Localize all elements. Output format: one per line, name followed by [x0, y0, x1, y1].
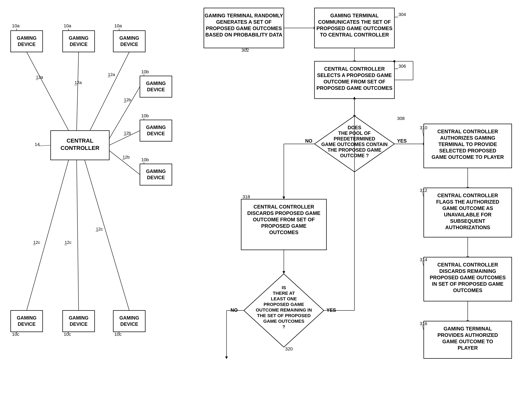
svg-rect-39	[11, 311, 43, 332]
svg-text:OUTCOMES: OUTCOMES	[453, 287, 482, 293]
svg-marker-153	[353, 97, 356, 99]
svg-text:DEVICE: DEVICE	[147, 131, 165, 136]
svg-text:GAMING: GAMING	[146, 81, 166, 86]
svg-text:10b: 10b	[141, 113, 149, 118]
svg-rect-0	[51, 131, 109, 160]
svg-text:THE PROPOSED GAME: THE PROPOSED GAME	[327, 147, 381, 153]
svg-text:DISCARDS PROPOSED GAME: DISCARDS PROPOSED GAME	[247, 210, 321, 216]
svg-text:IS: IS	[282, 285, 286, 290]
svg-marker-140	[244, 274, 324, 347]
svg-text:12b: 12b	[124, 97, 131, 102]
svg-text:310: 310	[420, 125, 427, 130]
svg-rect-9	[113, 31, 145, 52]
svg-text:THE SET OF PROPOSED: THE SET OF PROPOSED	[257, 313, 310, 318]
svg-text:YES: YES	[326, 307, 336, 313]
svg-text:?: ?	[282, 324, 285, 329]
svg-text:12a: 12a	[75, 80, 82, 85]
svg-text:PLAYER: PLAYER	[458, 345, 478, 351]
svg-text:12a: 12a	[36, 75, 43, 80]
right-flowchart-svg: GAMING TERMINAL RANDOMLY GENERATES A SET…	[200, 4, 526, 417]
svg-text:SELECTS A PROPOSED GAME: SELECTS A PROPOSED GAME	[317, 73, 392, 78]
svg-text:CENTRAL CONTROLLER: CENTRAL CONTROLLER	[437, 193, 498, 198]
svg-text:10a: 10a	[64, 23, 71, 28]
svg-line-35	[109, 150, 140, 175]
svg-line-16	[77, 52, 79, 131]
svg-text:PROPOSED GAME OUTCOMES: PROPOSED GAME OUTCOMES	[206, 26, 282, 31]
svg-marker-161	[392, 60, 395, 63]
svg-marker-96	[282, 196, 285, 199]
svg-rect-131	[241, 199, 326, 250]
svg-rect-45	[113, 311, 145, 332]
svg-text:CENTRAL CONTROLLER: CENTRAL CONTROLLER	[324, 66, 385, 72]
svg-line-17	[90, 52, 129, 131]
svg-text:NO: NO	[231, 307, 238, 313]
svg-rect-58	[204, 8, 284, 48]
svg-text:12a: 12a	[108, 72, 115, 77]
svg-rect-125	[424, 321, 512, 359]
svg-text:PROPOSED GAME: PROPOSED GAME	[261, 223, 307, 229]
svg-text:DOES: DOES	[348, 125, 361, 130]
svg-text:LEAST ONE: LEAST ONE	[271, 296, 297, 301]
svg-text:DEVICE: DEVICE	[120, 42, 138, 47]
left-diagram-svg: CENTRAL CONTROLLER GAMING DEVICE GAMING …	[4, 4, 177, 404]
svg-text:12b: 12b	[124, 131, 131, 135]
svg-marker-73	[353, 61, 356, 63]
svg-text:PROPOSED GAME OUTCOMES: PROPOSED GAME OUTCOMES	[430, 275, 506, 280]
svg-text:NO: NO	[305, 138, 312, 144]
svg-marker-92	[423, 143, 426, 145]
svg-text:10c: 10c	[64, 332, 71, 337]
svg-text:308: 308	[397, 116, 405, 121]
svg-text:PROPOSED GAME OUTCOMES: PROPOSED GAME OUTCOMES	[316, 85, 392, 91]
svg-text:12c: 12c	[33, 240, 40, 245]
svg-text:PROPOSED GAME OUTCOMES: PROPOSED GAME OUTCOMES	[316, 26, 392, 31]
svg-text:AUTHORIZATIONS: AUTHORIZATIONS	[445, 225, 490, 230]
svg-text:GAMING: GAMING	[17, 35, 37, 41]
svg-line-15	[27, 52, 69, 131]
svg-text:DEVICE: DEVICE	[70, 42, 88, 47]
svg-text:GAME OUTCOMES: GAME OUTCOMES	[263, 319, 304, 324]
svg-rect-42	[63, 311, 95, 332]
svg-text:THERE AT: THERE AT	[273, 291, 295, 296]
svg-text:CENTRAL CONTROLLER: CENTRAL CONTROLLER	[253, 204, 314, 210]
svg-text:10a: 10a	[114, 23, 122, 28]
svg-line-33	[109, 87, 140, 139]
svg-text:CENTRAL CONTROLLER: CENTRAL CONTROLLER	[437, 129, 498, 134]
svg-line-53	[85, 160, 129, 311]
svg-text:DISCARDS REMAINING: DISCARDS REMAINING	[439, 268, 496, 274]
svg-text:304: 304	[398, 12, 406, 17]
svg-text:306: 306	[398, 63, 406, 69]
svg-text:DEVICE: DEVICE	[70, 321, 88, 327]
svg-text:DEVICE: DEVICE	[120, 321, 138, 327]
svg-text:10b: 10b	[141, 157, 149, 162]
svg-text:314: 314	[420, 257, 427, 262]
svg-marker-81	[353, 115, 356, 118]
svg-rect-3	[11, 31, 43, 52]
svg-text:AUTHORIZES GAMING: AUTHORIZES GAMING	[440, 135, 495, 141]
svg-text:OUTCOME FROM SET OF: OUTCOME FROM SET OF	[324, 79, 385, 85]
svg-text:GAMING TERMINAL: GAMING TERMINAL	[330, 13, 379, 18]
svg-text:PREDETERMINED: PREDETERMINED	[334, 136, 375, 141]
svg-rect-97	[424, 124, 512, 168]
svg-text:DEVICE: DEVICE	[18, 321, 36, 327]
svg-marker-105	[466, 187, 469, 190]
svg-text:GAMING TERMINAL: GAMING TERMINAL	[443, 326, 492, 331]
svg-text:OUTCOME FROM SET OF: OUTCOME FROM SET OF	[253, 217, 315, 222]
svg-text:GAMING: GAMING	[69, 315, 88, 321]
svg-text:SUBSEQUENT: SUBSEQUENT	[450, 218, 485, 224]
left-diagram: CENTRAL CONTROLLER GAMING DEVICE GAMING …	[4, 4, 177, 404]
svg-text:FLAGS THE AUTHORIZED: FLAGS THE AUTHORIZED	[436, 199, 499, 205]
svg-text:318: 318	[242, 194, 250, 199]
svg-text:10a: 10a	[12, 23, 20, 28]
svg-text:302: 302	[241, 47, 249, 53]
svg-text:320: 320	[285, 346, 293, 351]
svg-text:GAMING TERMINAL RANDOMLY: GAMING TERMINAL RANDOMLY	[205, 13, 283, 18]
svg-text:CENTRAL CONTROLLER: CENTRAL CONTROLLER	[437, 262, 498, 268]
svg-marker-82	[314, 116, 394, 172]
svg-text:10c: 10c	[114, 332, 122, 337]
svg-text:SELECTED PROPOSED: SELECTED PROPOSED	[439, 148, 496, 153]
right-flowchart: GAMING TERMINAL RANDOMLY GENERATES A SET…	[200, 4, 526, 417]
svg-text:312: 312	[420, 188, 427, 193]
svg-text:GAME OUTCOME AS: GAME OUTCOME AS	[442, 206, 493, 211]
svg-text:COMMUNICATES THE SET OF: COMMUNICATES THE SET OF	[318, 19, 391, 25]
svg-text:DEVICE: DEVICE	[147, 175, 165, 180]
